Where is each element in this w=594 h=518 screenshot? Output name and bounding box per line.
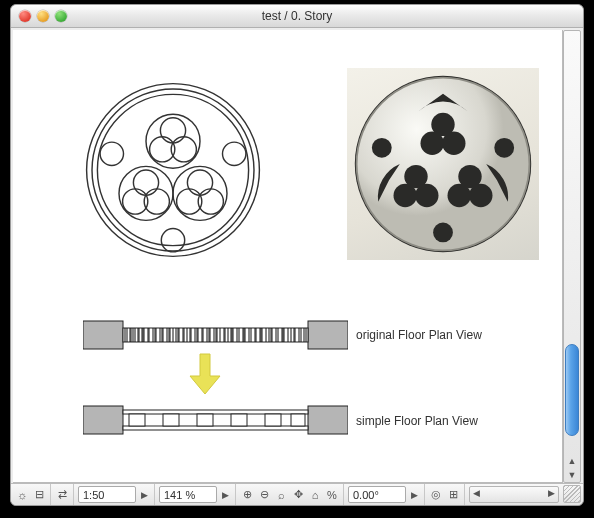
- svg-point-16: [223, 142, 246, 165]
- scrollbar-thumb[interactable]: [565, 344, 579, 436]
- ruler-icon[interactable]: ⊟: [32, 488, 46, 502]
- svg-point-3: [160, 118, 185, 143]
- fit-button[interactable]: ⌕: [274, 488, 288, 502]
- vertical-scrollbar[interactable]: ▲ ▼: [563, 30, 581, 483]
- scale-dropdown-icon[interactable]: ▶: [139, 490, 150, 500]
- svg-rect-123: [265, 414, 281, 426]
- home-view-button[interactable]: ⌂: [308, 488, 322, 502]
- pan-button[interactable]: ✥: [291, 488, 305, 502]
- scroll-up-button[interactable]: ▲: [564, 454, 580, 468]
- svg-point-10: [119, 166, 173, 220]
- zoom-out-button[interactable]: ⊖: [257, 488, 271, 502]
- window-controls: [19, 10, 67, 22]
- svg-point-6: [146, 114, 200, 168]
- svg-rect-124: [291, 414, 305, 426]
- zoom-in-button[interactable]: ⊕: [240, 488, 254, 502]
- zoom-field[interactable]: 141 %: [159, 486, 217, 503]
- svg-rect-121: [197, 414, 213, 426]
- angle-field[interactable]: 0.00°: [348, 486, 406, 503]
- grid-button[interactable]: ⊞: [446, 488, 460, 502]
- svg-rect-120: [163, 414, 179, 426]
- close-button[interactable]: [19, 10, 31, 22]
- target-button[interactable]: ◎: [429, 488, 443, 502]
- hscroll-left-icon[interactable]: ◀: [473, 488, 480, 498]
- tracery-render: [353, 74, 533, 254]
- svg-rect-119: [129, 414, 145, 426]
- label-simple: simple Floor Plan View: [356, 414, 478, 428]
- scroll-down-button[interactable]: ▼: [564, 468, 580, 482]
- svg-point-17: [161, 229, 184, 252]
- swap-icon[interactable]: ⇄: [55, 488, 69, 502]
- status-toolbar: ☼ ⊟ ⇄ 1:50 ▶ 141 % ▶ ⊕ ⊖ ⌕ ✥ ⌂ %: [11, 483, 583, 505]
- svg-rect-118: [123, 426, 308, 430]
- titlebar[interactable]: test / 0. Story: [11, 5, 583, 28]
- svg-rect-122: [231, 414, 247, 426]
- hscroll-right-icon[interactable]: ▶: [548, 488, 555, 498]
- svg-point-14: [173, 166, 227, 220]
- floor-plan-original: [83, 315, 348, 355]
- floor-plan-simple: [83, 400, 348, 440]
- tracery-2d-drawing: [83, 80, 263, 260]
- minimize-button[interactable]: [37, 10, 49, 22]
- scale-field[interactable]: 1:50: [78, 486, 136, 503]
- arrow-down-icon: [188, 352, 222, 396]
- svg-rect-116: [308, 406, 348, 434]
- svg-point-1: [92, 89, 254, 251]
- resize-handle[interactable]: [563, 485, 581, 503]
- sun-icon[interactable]: ☼: [15, 488, 29, 502]
- svg-point-0: [87, 84, 260, 257]
- window-title: test / 0. Story: [11, 9, 583, 23]
- zoom-dropdown-icon[interactable]: ▶: [220, 490, 231, 500]
- horizontal-scrollbar[interactable]: ◀ ▶: [469, 486, 559, 503]
- svg-point-7: [133, 170, 158, 195]
- angle-dropdown-icon[interactable]: ▶: [409, 490, 420, 500]
- svg-rect-115: [83, 406, 123, 434]
- app-window: test / 0. Story: [10, 4, 584, 506]
- svg-rect-117: [123, 410, 308, 414]
- svg-rect-34: [83, 321, 123, 349]
- svg-rect-35: [308, 321, 348, 349]
- zoom-button[interactable]: [55, 10, 67, 22]
- label-original: original Floor Plan View: [356, 328, 482, 342]
- svg-point-15: [100, 142, 123, 165]
- percent-button[interactable]: %: [325, 488, 339, 502]
- svg-point-11: [187, 170, 212, 195]
- drawing-canvas[interactable]: original Floor Plan View simple Floor Pl…: [13, 30, 563, 483]
